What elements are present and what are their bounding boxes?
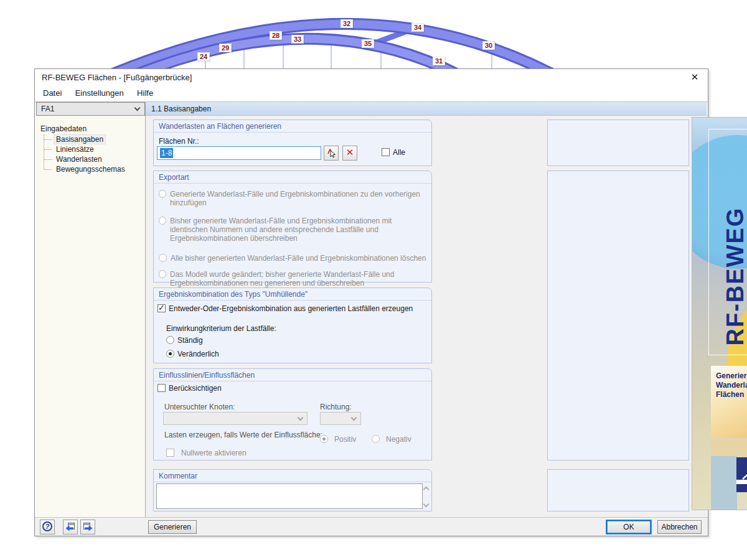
group-comment: Kommentar xyxy=(153,469,432,511)
titlebar[interactable]: RF-BEWEG Flächen - [Fußgängerbrücke] ✕ xyxy=(35,69,708,85)
group-title: Einflusslinien/Einflussflächen xyxy=(154,369,431,381)
bridge-model-background: 24 29 28 33 32 35 34 30 31 xyxy=(0,0,747,72)
arrow-left-window-icon xyxy=(65,521,76,533)
option-positive: Positiv xyxy=(320,435,356,444)
chevron-down-icon xyxy=(298,415,304,421)
tree-item-bewegungsschemas[interactable]: Bewegungsschemas xyxy=(44,164,145,174)
radio-icon xyxy=(159,217,166,225)
examined-node-label: Untersuchter Knoten: xyxy=(164,403,235,411)
menu-hilfe[interactable]: Hilfe xyxy=(131,85,159,101)
navigator-panel: FA1 Eingabedaten Basisangaben Liniensätz… xyxy=(35,102,146,517)
chevron-down-icon xyxy=(351,415,357,421)
node-label: 30 xyxy=(482,41,495,50)
consider-checkbox[interactable] xyxy=(157,384,166,392)
node-label: 24 xyxy=(197,52,210,61)
scroll-up-icon xyxy=(424,487,428,492)
decor-patch xyxy=(711,456,737,510)
radio-icon xyxy=(159,270,166,278)
export-option-regenerate: Das Modell wurde geändert; bisher generi… xyxy=(159,270,426,287)
criterion-option-permanent[interactable]: Ständig xyxy=(166,336,203,345)
radio-icon xyxy=(372,435,380,443)
consider-checkbox-row[interactable]: Berücksichtigen xyxy=(157,384,222,393)
node-label: 28 xyxy=(270,31,282,40)
surfaces-label: Flächen Nr.: xyxy=(159,137,199,146)
envelope-checkbox-row[interactable]: Entweder-Oder-Ergebniskombination aus ge… xyxy=(157,304,413,313)
group-title: Ergebniskombination des Typs "Umhüllende… xyxy=(154,288,431,301)
export-option-delete-all: Alle bisher generierten Wanderlast-Fälle… xyxy=(159,254,426,263)
group-export-type: Exportart Generierte Wanderlast-Fälle un… xyxy=(153,170,432,282)
node-label: 32 xyxy=(341,19,353,28)
help-icon: ? xyxy=(42,521,52,531)
radio-selected-icon[interactable] xyxy=(166,350,174,358)
nullvalues-row: Nullwerte aktivieren xyxy=(166,449,247,457)
surfaces-input-value: 1-8 xyxy=(160,148,173,158)
load-case-selector[interactable]: FA1 xyxy=(36,102,145,116)
red-x-icon: ✕ xyxy=(346,147,354,158)
arrow-right-window-icon xyxy=(82,521,93,533)
ok-button[interactable]: OK xyxy=(606,520,651,534)
menu-einstellungen[interactable]: Einstellungen xyxy=(70,85,129,101)
chevron-down-icon xyxy=(134,105,141,111)
tree-item-wanderlasten[interactable]: Wanderlasten xyxy=(44,154,145,164)
module-subtitle: Generierung von Wanderlasten auf Flächen xyxy=(711,366,747,438)
condition-label: Lasten erzeugen, falls Werte der Einflus… xyxy=(164,431,322,439)
input-groups: Wanderlasten an Flächen generieren Fläch… xyxy=(153,119,432,518)
direction-label: Richtung: xyxy=(320,403,352,411)
examined-node-dropdown xyxy=(163,412,308,425)
envelope-checkbox[interactable] xyxy=(157,304,166,312)
clear-surfaces-button[interactable]: ✕ xyxy=(342,146,357,161)
tree-item-liniensaetze[interactable]: Liniensätze xyxy=(44,144,145,154)
option-negative: Negativ xyxy=(372,435,411,444)
bridge-logo-icon xyxy=(736,457,747,492)
menubar: Datei Einstellungen Hilfe xyxy=(35,85,708,101)
load-case-value: FA1 xyxy=(41,105,54,113)
help-button[interactable]: ? xyxy=(40,520,55,534)
group-influence-lines: Einflusslinien/Einflussflächen Berücksic… xyxy=(153,368,432,460)
main-area: 1.1 Basisangaben Wanderlasten an Flächen… xyxy=(146,102,707,517)
tree-item-basisangaben[interactable]: Basisangaben xyxy=(44,134,145,144)
close-icon[interactable]: ✕ xyxy=(688,71,702,83)
all-checkbox[interactable] xyxy=(382,148,390,156)
all-surfaces-option[interactable]: Alle xyxy=(382,148,405,157)
window-title: RF-BEWEG Flächen - [Fußgängerbrücke] xyxy=(42,73,192,82)
product-name-vertical: RF-BEWEG Flächen xyxy=(719,177,747,376)
group-generate-surfaces: Wanderlasten an Flächen generieren Fläch… xyxy=(153,119,432,166)
group-title: Exportart xyxy=(154,171,431,184)
node-label: 35 xyxy=(362,39,374,48)
envelope-checkbox-label: Entweder-Oder-Ergebniskombination aus ge… xyxy=(169,304,413,313)
scroll-down-icon xyxy=(424,502,428,506)
info-panel-middle xyxy=(547,170,689,460)
radio-icon[interactable] xyxy=(166,336,174,344)
menu-datei[interactable]: Datei xyxy=(37,85,67,101)
node-label: 31 xyxy=(433,57,445,65)
next-screen-button[interactable] xyxy=(80,520,95,534)
dialog-footer: ? Generieren OK Abbrechen xyxy=(35,517,708,536)
pick-surfaces-button[interactable] xyxy=(324,146,339,161)
bridge-arches-graphic xyxy=(0,0,747,72)
direction-dropdown xyxy=(320,412,361,425)
cancel-button[interactable]: Abbrechen xyxy=(657,520,702,534)
generate-button[interactable]: Generieren xyxy=(148,520,197,534)
decor-patch xyxy=(711,440,747,457)
radio-selected-icon xyxy=(320,435,328,443)
info-panels xyxy=(547,119,689,518)
navigation-tree: Eingabedaten Basisangaben Liniensätze Wa… xyxy=(35,121,145,517)
info-panel-bottom xyxy=(547,469,689,511)
group-envelope-combination: Ergebniskombination des Typs "Umhüllende… xyxy=(153,287,432,363)
all-label: Alle xyxy=(393,148,405,157)
comment-textarea[interactable] xyxy=(156,483,423,509)
tree-root-eingabedaten[interactable]: Eingabedaten xyxy=(40,123,145,134)
dlubal-bridge-logo xyxy=(736,457,747,492)
radio-icon xyxy=(159,190,166,198)
previous-screen-button[interactable] xyxy=(63,520,78,534)
module-brand-panel: RF-BEWEG Flächen Generierung von Wanderl… xyxy=(692,117,747,510)
criterion-option-variable[interactable]: Veränderlich xyxy=(166,350,219,358)
export-option-add: Generierte Wanderlast-Fälle und Ergebnis… xyxy=(159,190,426,207)
surfaces-input[interactable]: 1-8 xyxy=(157,146,321,160)
group-title: Kommentar xyxy=(154,470,431,482)
node-label: 29 xyxy=(219,44,232,52)
section-header: 1.1 Basisangaben xyxy=(146,102,707,116)
consider-label: Berücksichtigen xyxy=(169,384,222,393)
node-label: 33 xyxy=(291,35,304,44)
nullvalues-checkbox xyxy=(166,449,174,457)
